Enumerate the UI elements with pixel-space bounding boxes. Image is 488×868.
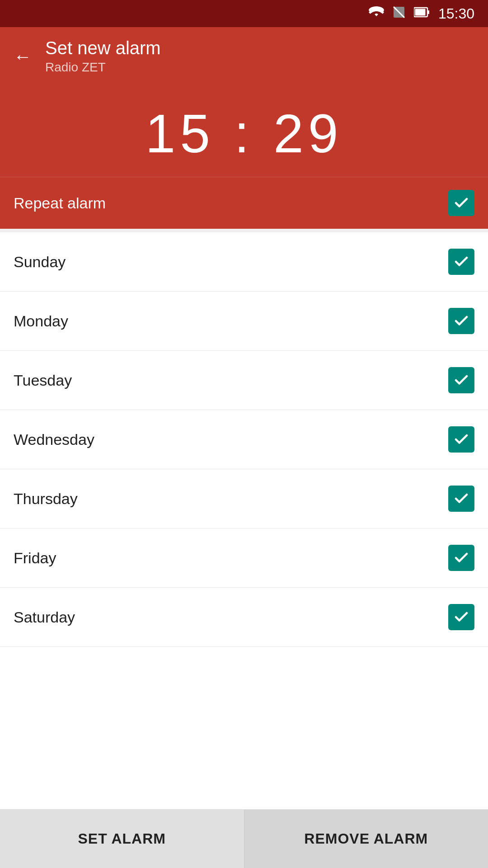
app-bar: ← Set new alarm Radio ZET <box>0 27 488 85</box>
svg-rect-3 <box>427 10 429 14</box>
status-icons: 15:30 <box>369 5 474 22</box>
notification-icon <box>392 5 406 22</box>
day-row-thursday[interactable]: Thursday <box>0 469 488 528</box>
remove-alarm-button[interactable]: REMOVE ALARM <box>244 810 488 868</box>
day-label: Friday <box>14 549 56 567</box>
status-time: 15:30 <box>438 5 474 22</box>
day-label: Monday <box>14 312 68 330</box>
app-bar-subtitle: Radio ZET <box>45 60 161 75</box>
repeat-alarm-row[interactable]: Repeat alarm <box>0 177 488 229</box>
battery-icon <box>414 6 430 22</box>
bottom-buttons: SET ALARM REMOVE ALARM <box>0 809 488 868</box>
app-bar-titles: Set new alarm Radio ZET <box>45 38 161 75</box>
repeat-alarm-label: Repeat alarm <box>14 194 106 212</box>
set-alarm-button[interactable]: SET ALARM <box>0 810 244 868</box>
svg-rect-4 <box>415 9 425 15</box>
day-checkbox-friday[interactable] <box>448 545 474 571</box>
section-divider <box>0 229 488 232</box>
wifi-icon <box>369 6 384 21</box>
day-label: Thursday <box>14 490 78 508</box>
day-row-monday[interactable]: Monday <box>0 292 488 351</box>
days-list: Sunday Monday Tuesday Wednesday <box>0 232 488 647</box>
back-button[interactable]: ← <box>14 47 32 66</box>
day-label: Saturday <box>14 609 75 626</box>
day-row-tuesday[interactable]: Tuesday <box>0 351 488 410</box>
day-row-saturday[interactable]: Saturday <box>0 588 488 647</box>
day-checkbox-thursday[interactable] <box>448 486 474 512</box>
day-checkbox-sunday[interactable] <box>448 249 474 275</box>
day-row-wednesday[interactable]: Wednesday <box>0 410 488 469</box>
day-label: Wednesday <box>14 431 94 448</box>
day-checkbox-saturday[interactable] <box>448 604 474 630</box>
day-label: Tuesday <box>14 372 72 389</box>
day-row-sunday[interactable]: Sunday <box>0 232 488 292</box>
day-checkbox-wednesday[interactable] <box>448 426 474 453</box>
day-label: Sunday <box>14 253 66 271</box>
repeat-alarm-checkbox[interactable] <box>448 190 474 216</box>
day-row-friday[interactable]: Friday <box>0 528 488 588</box>
alarm-time-display[interactable]: 15 : 29 <box>145 104 343 163</box>
day-checkbox-tuesday[interactable] <box>448 367 474 393</box>
app-bar-title: Set new alarm <box>45 38 161 58</box>
time-section: 15 : 29 <box>0 85 488 177</box>
day-checkbox-monday[interactable] <box>448 308 474 334</box>
status-bar: 15:30 <box>0 0 488 27</box>
